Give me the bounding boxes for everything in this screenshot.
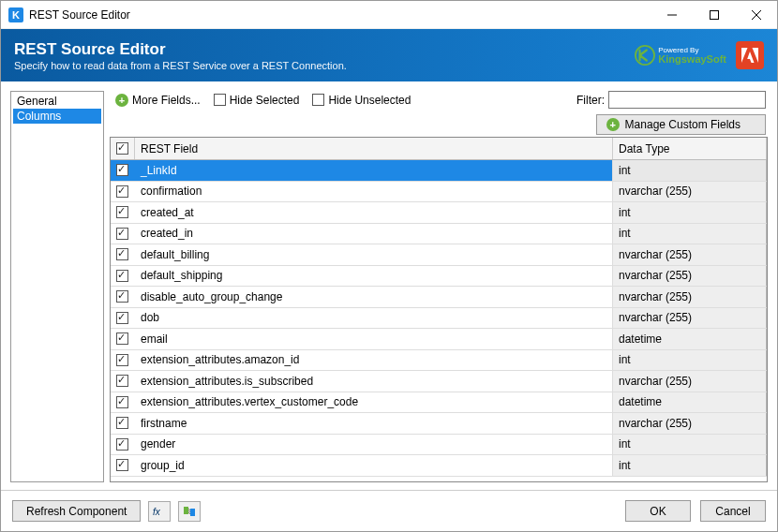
table-row[interactable]: default_billingnvarchar (255) xyxy=(111,244,767,266)
filter-input[interactable] xyxy=(608,91,766,109)
column-header-field[interactable]: REST Field xyxy=(135,138,613,159)
grid-body[interactable]: _LinkIdintconfirmationnvarchar (255)crea… xyxy=(111,160,767,481)
type-cell[interactable]: int xyxy=(613,202,767,223)
field-cell[interactable]: group_id xyxy=(135,455,613,476)
banner: REST Source Editor Specify how to read d… xyxy=(1,29,777,81)
type-cell[interactable]: nvarchar (255) xyxy=(613,308,767,329)
field-cell[interactable]: created_in xyxy=(135,224,613,244)
type-cell[interactable]: int xyxy=(613,435,767,455)
maximize-icon xyxy=(710,10,719,20)
row-checkbox[interactable] xyxy=(111,392,135,413)
field-cell[interactable]: default_billing xyxy=(135,244,613,265)
row-checkbox[interactable] xyxy=(111,160,135,181)
close-icon xyxy=(752,10,761,20)
column-header-type[interactable]: Data Type xyxy=(613,138,767,159)
row-checkbox[interactable] xyxy=(111,350,135,371)
field-cell[interactable]: gender xyxy=(135,435,613,455)
plus-icon: + xyxy=(606,118,620,131)
field-cell[interactable]: disable_auto_group_change xyxy=(135,287,613,307)
refresh-component-button[interactable]: Refresh Component xyxy=(12,500,141,522)
checkbox-checked-icon xyxy=(116,228,128,240)
field-cell[interactable]: firstname xyxy=(135,413,613,434)
table-row[interactable]: extension_attributes.vertex_customer_cod… xyxy=(111,392,767,414)
field-cell[interactable]: dob xyxy=(135,308,613,329)
row-checkbox[interactable] xyxy=(111,329,135,349)
field-cell[interactable]: default_shipping xyxy=(135,266,613,287)
field-cell[interactable]: _LinkId xyxy=(135,160,613,181)
banner-logos: Powered By KingswaySoft xyxy=(635,41,764,69)
table-row[interactable]: confirmationnvarchar (255) xyxy=(111,182,767,203)
minimize-button[interactable] xyxy=(651,1,693,29)
row-checkbox[interactable] xyxy=(111,202,135,223)
table-row[interactable]: firstnamenvarchar (255) xyxy=(111,413,767,435)
type-cell[interactable]: nvarchar (255) xyxy=(613,266,767,287)
banner-title: REST Source Editor xyxy=(14,40,347,59)
row-checkbox[interactable] xyxy=(111,224,135,244)
sidebar-item-general[interactable]: General xyxy=(13,94,101,109)
row-checkbox[interactable] xyxy=(111,413,135,434)
field-cell[interactable]: created_at xyxy=(135,202,613,223)
titlebar: K REST Source Editor xyxy=(1,1,777,29)
field-cell[interactable]: email xyxy=(135,329,613,349)
minimize-icon xyxy=(667,10,677,20)
documentation-button[interactable] xyxy=(178,501,201,522)
type-cell[interactable]: datetime xyxy=(613,392,767,413)
grid-header: REST Field Data Type xyxy=(111,138,767,160)
type-cell[interactable]: int xyxy=(613,350,767,371)
cancel-button[interactable]: Cancel xyxy=(700,500,766,522)
footer-actions: OK Cancel xyxy=(625,500,766,522)
select-all-checkbox[interactable] xyxy=(111,138,135,159)
table-row[interactable]: group_idint xyxy=(111,455,767,477)
checkbox-checked-icon xyxy=(116,332,128,345)
table-row[interactable]: created_atint xyxy=(111,202,767,224)
type-cell[interactable]: int xyxy=(613,455,767,476)
type-cell[interactable]: nvarchar (255) xyxy=(613,371,767,392)
hide-unselected-checkbox[interactable]: Hide Unselected xyxy=(312,94,411,107)
field-cell[interactable]: extension_attributes.amazon_id xyxy=(135,350,613,371)
table-row[interactable]: default_shippingnvarchar (255) xyxy=(111,266,767,288)
table-row[interactable]: emaildatetime xyxy=(111,329,767,350)
row-checkbox[interactable] xyxy=(111,308,135,329)
type-cell[interactable]: int xyxy=(613,160,767,181)
footer: Refresh Component fx OK Cancel xyxy=(1,490,777,531)
field-cell[interactable]: confirmation xyxy=(135,182,613,202)
hide-selected-checkbox[interactable]: Hide Selected xyxy=(214,94,300,107)
row-checkbox[interactable] xyxy=(111,266,135,287)
type-cell[interactable]: nvarchar (255) xyxy=(613,287,767,307)
table-row[interactable]: dobnvarchar (255) xyxy=(111,308,767,330)
checkbox-checked-icon xyxy=(116,185,128,198)
row-checkbox[interactable] xyxy=(111,287,135,307)
field-cell[interactable]: extension_attributes.vertex_customer_cod… xyxy=(135,392,613,413)
kingsway-name: KingswaySoft xyxy=(658,53,726,65)
expression-button[interactable]: fx xyxy=(148,501,171,522)
more-fields-button[interactable]: + More Fields... xyxy=(115,94,201,107)
type-cell[interactable]: nvarchar (255) xyxy=(613,182,767,202)
kingsway-text: Powered By KingswaySoft xyxy=(658,47,726,65)
row-checkbox[interactable] xyxy=(111,244,135,265)
maximize-button[interactable] xyxy=(693,1,735,29)
type-cell[interactable]: int xyxy=(613,224,767,244)
table-row[interactable]: extension_attributes.is_subscribednvarch… xyxy=(111,371,767,392)
table-row[interactable]: extension_attributes.amazon_idint xyxy=(111,350,767,372)
table-row[interactable]: genderint xyxy=(111,435,767,456)
type-cell[interactable]: nvarchar (255) xyxy=(613,413,767,434)
adobe-logo xyxy=(736,41,764,69)
close-button[interactable] xyxy=(735,1,777,29)
field-cell[interactable]: extension_attributes.is_subscribed xyxy=(135,371,613,392)
table-row[interactable]: created_inint xyxy=(111,224,767,245)
checkbox-checked-icon xyxy=(116,438,128,451)
hide-selected-label: Hide Selected xyxy=(230,94,300,107)
row-checkbox[interactable] xyxy=(111,182,135,202)
ok-button[interactable]: OK xyxy=(625,500,691,522)
manage-custom-fields-button[interactable]: + Manage Custom Fields xyxy=(596,114,766,135)
type-cell[interactable]: datetime xyxy=(613,329,767,349)
table-row[interactable]: _LinkIdint xyxy=(111,160,767,182)
row-checkbox[interactable] xyxy=(111,455,135,476)
table-row[interactable]: disable_auto_group_changenvarchar (255) xyxy=(111,287,767,308)
sidebar-item-columns[interactable]: Columns xyxy=(13,109,101,124)
row-checkbox[interactable] xyxy=(111,371,135,392)
type-cell[interactable]: nvarchar (255) xyxy=(613,244,767,265)
checkbox-checked-icon xyxy=(116,248,128,260)
svg-rect-0 xyxy=(710,10,718,19)
row-checkbox[interactable] xyxy=(111,435,135,455)
